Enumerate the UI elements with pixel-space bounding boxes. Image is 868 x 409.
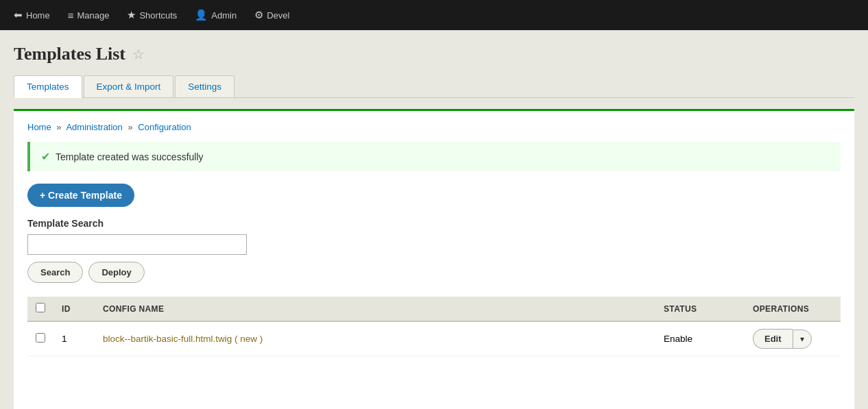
top-navigation: ⬅ Home ≡ Manage ★ Shortcuts 👤 Admin ⚙ De… xyxy=(0,0,868,30)
new-badge: ( new ) xyxy=(234,334,263,344)
nav-manage-label: Manage xyxy=(77,10,109,21)
page-title-row: Templates List ☆ xyxy=(14,44,854,64)
admin-icon: 👤 xyxy=(195,9,208,21)
nav-shortcuts-label: Shortcuts xyxy=(139,10,177,21)
breadcrumb-sep2: » xyxy=(128,122,132,132)
tab-export-import[interactable]: Export & Import xyxy=(84,75,174,97)
search-input[interactable] xyxy=(27,234,247,255)
row-checkbox-cell xyxy=(27,321,53,356)
page-content: Templates List ☆ Templates Export & Impo… xyxy=(0,30,868,409)
row-config-name: block--bartik-basic-full.html.twig ( new… xyxy=(95,321,655,356)
select-all-checkbox[interactable] xyxy=(36,303,45,312)
success-text: Template created was successfully xyxy=(56,151,204,162)
row-id: 1 xyxy=(53,321,95,356)
tab-templates[interactable]: Templates xyxy=(14,75,82,98)
nav-shortcuts[interactable]: ★ Shortcuts xyxy=(120,5,184,25)
breadcrumb-sep1: » xyxy=(56,122,61,132)
nav-devel-label: Devel xyxy=(267,10,289,21)
table-row: 1 block--bartik-basic-full.html.twig ( n… xyxy=(27,321,841,356)
breadcrumb: Home » Administration » Configuration xyxy=(27,122,841,132)
search-buttons: Search Deploy xyxy=(27,262,841,283)
breadcrumb-home[interactable]: Home xyxy=(27,122,51,132)
tab-settings[interactable]: Settings xyxy=(175,75,234,97)
col-config-name: CONFIG NAME xyxy=(95,297,655,321)
breadcrumb-config[interactable]: Configuration xyxy=(138,122,191,132)
nav-admin[interactable]: 👤 Admin xyxy=(188,5,243,25)
nav-home[interactable]: ⬅ Home xyxy=(7,5,57,25)
templates-table: ID CONFIG NAME STATUS OPERATIONS 1 block… xyxy=(27,297,841,356)
col-operations: OPERATIONS xyxy=(745,297,841,321)
nav-home-label: Home xyxy=(26,10,50,21)
shortcuts-icon: ★ xyxy=(127,9,136,21)
row-status: Enable xyxy=(655,321,745,356)
bookmark-star-icon[interactable]: ☆ xyxy=(132,46,145,62)
nav-devel[interactable]: ⚙ Devel xyxy=(248,5,296,25)
edit-button-group: Edit ▾ xyxy=(753,329,832,349)
row-checkbox[interactable] xyxy=(36,333,45,343)
nav-manage[interactable]: ≡ Manage xyxy=(61,5,117,25)
nav-admin-label: Admin xyxy=(211,10,237,21)
success-message: ✔ Template created was successfully xyxy=(27,142,841,171)
manage-icon: ≡ xyxy=(68,10,74,21)
col-id: ID xyxy=(53,297,95,321)
col-status: STATUS xyxy=(655,297,745,321)
col-checkbox xyxy=(27,297,53,321)
create-template-button[interactable]: + Create Template xyxy=(27,184,134,207)
breadcrumb-admin[interactable]: Administration xyxy=(66,122,122,132)
home-icon: ⬅ xyxy=(14,9,23,21)
search-button[interactable]: Search xyxy=(27,262,83,283)
main-area: Home » Administration » Configuration ✔ … xyxy=(14,109,854,409)
check-icon: ✔ xyxy=(41,150,50,163)
devel-icon: ⚙ xyxy=(254,9,263,21)
edit-dropdown-button[interactable]: ▾ xyxy=(793,330,812,349)
tab-bar: Templates Export & Import Settings xyxy=(14,75,854,98)
search-label: Template Search xyxy=(27,218,841,229)
page-title: Templates List xyxy=(14,44,125,64)
edit-button[interactable]: Edit xyxy=(753,329,793,349)
table-header-row: ID CONFIG NAME STATUS OPERATIONS xyxy=(27,297,841,321)
config-name-link[interactable]: block--bartik-basic-full.html.twig xyxy=(103,334,232,344)
deploy-button[interactable]: Deploy xyxy=(88,262,144,283)
row-operations: Edit ▾ xyxy=(745,321,841,356)
